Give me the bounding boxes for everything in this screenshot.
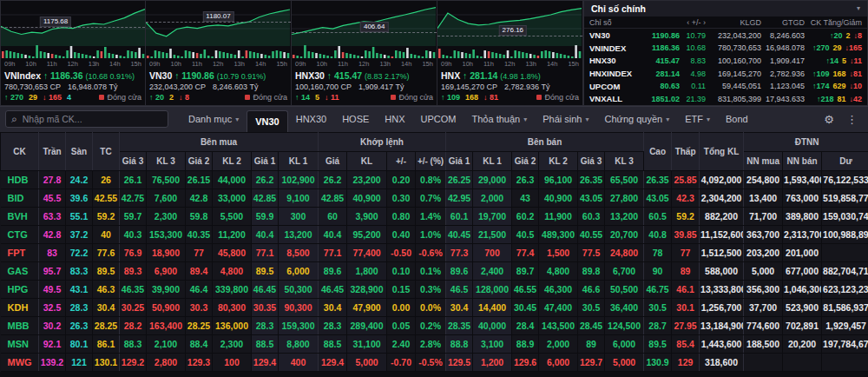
nav-item-hnx[interactable]: HNX: [377, 106, 412, 132]
chart-turnover: 1,909.417 Tỷ: [358, 83, 404, 91]
chart-panel-hnx30[interactable]: 406.6409h10h11h12h13h14h15hHNX30 ↑ 415.4…: [292, 0, 437, 106]
ticker[interactable]: HPG: [1, 281, 39, 299]
index-row-vn30[interactable]: VN301190.8610.79232,043,2008,246.603↑202…: [584, 29, 867, 42]
stock-row-kdh[interactable]: KDH32.528.330.430.2550,90030.380,30030.3…: [1, 299, 868, 317]
buy-price-1: 46.45: [252, 281, 279, 299]
index-row-hnxindex[interactable]: HNXINDEX281.144.98169,145,2702,782.936↑1…: [584, 67, 867, 80]
ticker[interactable]: CTG: [1, 226, 39, 244]
index-row-vnxall[interactable]: VNXALL1851.0221.39831,805,39917,943.633↑…: [584, 92, 867, 105]
session-status: Đóng cửa: [391, 93, 433, 102]
stock-row-mbb[interactable]: MBB30.226.328.2528.2163,40028.25136,0002…: [1, 317, 868, 335]
reference-price: 86.1: [93, 335, 120, 354]
nav-item-hose[interactable]: HOSE: [334, 106, 377, 132]
stock-row-ctg[interactable]: CTG42.837.24040.3153,30040.3511,20040.41…: [1, 226, 868, 244]
chart-panel-vnindex[interactable]: 1175.6809h10h11h12h13h14h15hVNIndex ↑ 11…: [0, 0, 146, 106]
stock-row-bid[interactable]: BID45.539.642.5542.757,60042.833,00042.8…: [1, 189, 868, 208]
col-sub--8: +/-: [387, 152, 416, 171]
session-status: Đóng cửa: [245, 93, 287, 102]
index-gtgd: 2,782.936: [761, 69, 805, 78]
time-label: 15h: [130, 60, 141, 68]
sell-volume-1: 29,000: [473, 171, 512, 189]
ticker[interactable]: BVH: [1, 208, 39, 226]
buy-volume-1: 8,500: [279, 244, 319, 262]
col-sub-kl-2-13: KL 2: [539, 152, 578, 171]
navbar: ⌕ Danh mục▾VN30HNX30HOSEHNXUPCOMThỏa thu…: [0, 106, 868, 132]
indices-title[interactable]: Chỉ số chính ▾: [584, 1, 867, 17]
ticker[interactable]: HDB: [1, 171, 39, 189]
ticker[interactable]: MSN: [1, 335, 39, 354]
nav-item-upcom[interactable]: UPCOM: [413, 106, 464, 132]
match-price: 77.1: [319, 244, 347, 262]
buy-price-1: 59.9: [252, 208, 279, 226]
floor-price: 121: [66, 354, 93, 372]
nav-item-bond[interactable]: Bond: [718, 106, 756, 132]
nav-item-thoa-thuan[interactable]: Thỏa thuận▾: [464, 106, 536, 132]
index-change: 10.79: [680, 31, 706, 40]
low-price: 59.2: [672, 208, 700, 226]
session-closed-icon: [536, 95, 542, 100]
nav-item-hnx30[interactable]: HNX30: [288, 106, 334, 132]
index-row-upcom[interactable]: UPCOM80.630.1159,445,0511,123.045↑174629…: [584, 80, 867, 93]
match-volume: 31,100: [347, 335, 387, 354]
gear-icon[interactable]: ⚙: [824, 113, 834, 126]
change: 0.40: [387, 226, 416, 244]
change: -0.70: [387, 354, 416, 372]
ticker[interactable]: BID: [1, 189, 39, 208]
ticker[interactable]: MBB: [1, 317, 39, 335]
chart-panel-hnx[interactable]: 276.1609h10h11h12h13h14h15hHNX ↑ 281.14 …: [437, 0, 583, 106]
nav-item-label: Phái sinh: [542, 114, 582, 124]
buy-volume-2: 100: [213, 354, 252, 372]
foreign-room: [822, 354, 868, 372]
up-count: ↑270: [812, 43, 830, 52]
stock-row-hpg[interactable]: HPG49.543.146.346.3539,90046.4339,80046.…: [1, 281, 868, 299]
buy-price-2: 77: [186, 244, 213, 262]
change-percent: 1.0%: [416, 226, 446, 244]
search-box[interactable]: ⌕: [5, 110, 168, 128]
index-row-hnx30[interactable]: HNX30415.478.83100,160,7001,909.417↑145↓…: [584, 55, 867, 68]
chevron-down-icon: ▾: [666, 116, 669, 123]
stock-row-hdb[interactable]: HDB27.824.22626.176,50026.1544,00026.210…: [1, 171, 868, 189]
stock-row-bvh[interactable]: BVH63.355.159.259.72,30059.85,50059.9300…: [1, 208, 868, 226]
buy-price-3: 28.2: [120, 317, 147, 335]
index-row-vnindex[interactable]: VNINDEX1186.3610.68780,730,65316,948.078…: [584, 42, 867, 55]
nav-item-phai-sinh[interactable]: Phái sinh▾: [535, 106, 596, 132]
col-change: ‹ +/- ›: [636, 18, 706, 27]
index-sparkline: 406.64: [292, 1, 437, 60]
match-volume: 95,200: [347, 226, 387, 244]
chart-turnover: 2,782.936 Tỷ: [504, 83, 549, 91]
more-icon[interactable]: ⋮: [846, 113, 858, 126]
nav-item-chung-quyen[interactable]: Chứng quyền▾: [596, 106, 677, 132]
sell-volume-3: 36,400: [605, 299, 644, 317]
stock-row-fpt[interactable]: FPT8372.277.676.918,9007745,80077.18,500…: [1, 244, 868, 262]
ticker[interactable]: KDH: [1, 299, 39, 317]
match-price: 28.3: [319, 317, 347, 335]
indices-rows: VN301190.8610.79232,043,2008,246.603↑202…: [584, 29, 867, 105]
chart-index-change: (8.83 2.17%): [365, 72, 410, 81]
sell-volume-2: 11,900: [539, 208, 578, 226]
nav-item-danh-muc[interactable]: Danh mục▾: [181, 106, 247, 132]
prev-icon[interactable]: ‹: [687, 18, 689, 27]
reference-price: 30.4: [93, 299, 120, 317]
ticker[interactable]: GAS: [1, 262, 39, 281]
buy-price-1: 88.5: [252, 335, 279, 354]
sell-volume-1: 40,000: [473, 317, 512, 335]
ticker[interactable]: FPT: [1, 244, 39, 262]
match-price: 30.4: [319, 299, 347, 317]
ticker[interactable]: MWG: [1, 354, 39, 372]
chart-index-value: ↑ 1186.36: [43, 70, 83, 81]
sell-volume-3: 24,800: [605, 244, 644, 262]
col-sub-kl-7: KL: [347, 152, 387, 171]
stock-row-gas[interactable]: GAS95.783.389.589.36,90089.44,80089.56,0…: [1, 262, 868, 281]
foreign-sell: [783, 354, 822, 372]
time-label: 11h: [483, 60, 494, 68]
chart-panel-vn30[interactable]: 1180.0709h10h11h12h13h14h15hVN30 ↑ 1190.…: [146, 0, 292, 106]
nav-item-label: ETF: [685, 114, 703, 124]
stock-row-mwg[interactable]: MWG139.2121130.1129.22,800129.3100129.44…: [1, 354, 868, 372]
foreign-sell: 389,800: [783, 208, 822, 226]
stock-row-msn[interactable]: MSN92.180.186.188.32,10088.42,30088.58,8…: [1, 335, 868, 354]
nav-item-vn30[interactable]: VN30: [247, 110, 288, 132]
sell-volume-1: 2,000: [473, 189, 512, 208]
reference-price: 46.3: [93, 281, 120, 299]
search-input[interactable]: [21, 113, 162, 125]
nav-item-etf[interactable]: ETF▾: [677, 106, 718, 132]
